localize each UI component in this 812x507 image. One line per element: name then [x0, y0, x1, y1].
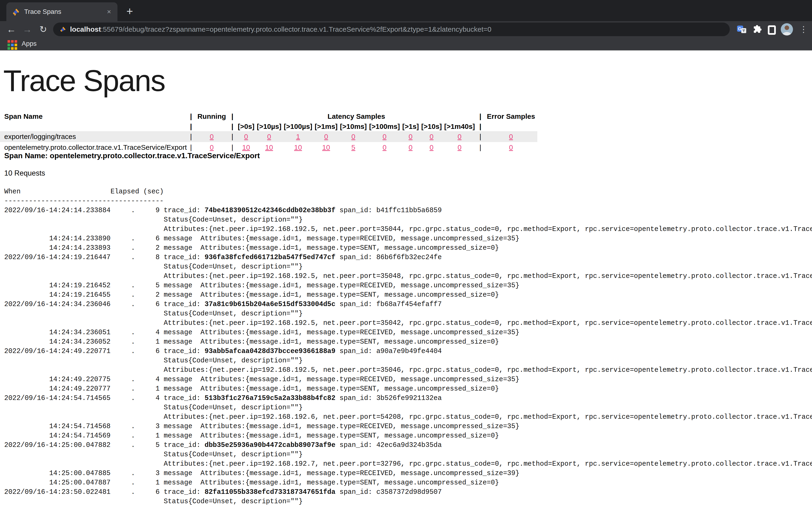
latency-sample-link[interactable]: 0 [352, 133, 355, 140]
log-message-line: 14:24:19.216455 . 2 message Attributes:{… [4, 291, 499, 299]
latency-sample-link[interactable]: 0 [458, 133, 462, 140]
telescope-favicon-icon [59, 26, 66, 33]
log-status-line: Status{Code=Unset, description=""} [4, 263, 303, 271]
detail-span-name: Span Name: opentelemetry.proto.collector… [4, 151, 260, 160]
log-trace-line: 2022/09/16-14:24:54.714565 . 4 trace_id:… [4, 394, 442, 402]
log-message-line: 14:25:00.047887 . 1 message Attributes:{… [4, 479, 499, 487]
request-count: 10 Requests [4, 169, 45, 177]
log-trace-line: 2022/09/16-14:24:19.216447 . 8 trace_id:… [4, 253, 442, 261]
request-log: When Elapsed (sec) ---------------------… [0, 187, 812, 506]
svg-text:G: G [738, 26, 741, 31]
tab-title: Trace Spans [24, 8, 104, 15]
log-status-line: Status{Code=Unset, description=""} [4, 404, 303, 411]
span-summary-table: Span Name | Running | Latency Samples | … [0, 111, 537, 153]
column-divider: | [228, 131, 237, 142]
page-title: Trace Spans [3, 63, 165, 98]
log-attributes-line: Attributes:{net.peer.ip=192.168.192.5, n… [4, 366, 812, 374]
url-host: localhost [70, 25, 101, 33]
url-bar[interactable]: localhost:55679/debug/tracez?zspanname=o… [53, 22, 730, 36]
trace-id-value: dbb35e25936a90b4472cabb89073af9e [205, 441, 336, 449]
latency-sample-link[interactable]: 0 [267, 133, 271, 140]
forward-button: → [21, 23, 34, 36]
log-trace-line: 2022/09/16-14:24:49.220771 . 6 trace_id:… [4, 347, 442, 355]
latency-sample-link[interactable]: 10 [322, 144, 330, 151]
empty-cell [0, 122, 187, 131]
extensions-puzzle-icon[interactable] [752, 24, 762, 35]
reload-button[interactable]: ↻ [37, 23, 50, 36]
side-panel-icon[interactable] [768, 25, 776, 35]
running-count-link[interactable]: 0 [210, 133, 214, 140]
latency-sample-link[interactable]: 5 [352, 144, 355, 151]
latency-sample-cell: 0 [368, 131, 401, 142]
latency-sample-cell: 0 [313, 131, 339, 142]
latency-sample-cell: 0 [339, 131, 368, 142]
latency-sample-link[interactable]: 10 [242, 144, 250, 151]
latency-sample-link[interactable]: 10 [294, 144, 302, 151]
table-row: exporter/logging/traces|0|001000000|0 [0, 131, 537, 142]
log-status-line: Status{Code=Unset, description=""} [4, 498, 303, 505]
latency-sample-link[interactable]: 1 [296, 133, 300, 140]
latency-sample-cell: 0 [443, 131, 476, 142]
running-count-cell: 0 [195, 131, 228, 142]
log-attributes-line: Attributes:{net.peer.ip=192.168.192.5, n… [4, 319, 812, 327]
latency-sample-link[interactable]: 0 [458, 144, 462, 151]
span-name-cell: exporter/logging/traces [0, 131, 187, 142]
browser-menu-icon[interactable]: ⋮ [799, 23, 808, 36]
log-status-line: Status{Code=Unset, description=""} [4, 310, 303, 318]
log-status-line: Status{Code=Unset, description=""} [4, 216, 303, 224]
error-sample-link[interactable]: 0 [509, 144, 513, 151]
log-trace-line: 2022/09/16-14:23:50.022481 . 6 trace_id:… [4, 488, 442, 496]
log-message-line: 14:24:34.236051 . 4 message Attributes:{… [4, 329, 519, 336]
latency-sample-link[interactable]: 0 [429, 144, 434, 151]
error-sample-cell: 0 [485, 131, 537, 142]
table-header-row: Span Name | Running | Latency Samples | … [0, 111, 537, 122]
column-divider: | [228, 111, 237, 122]
latency-sample-link[interactable]: 0 [383, 144, 387, 151]
log-trace-line: 2022/09/16-14:24:34.236046 . 6 trace_id:… [4, 300, 442, 308]
latency-sample-cell: 10 [313, 142, 339, 153]
empty-cell [195, 122, 228, 131]
latency-bucket-label: [>100ms] [368, 122, 401, 131]
latency-bucket-label: [>0s] [237, 122, 256, 131]
new-tab-button[interactable]: + [122, 4, 137, 19]
log-attributes-line: Attributes:{net.peer.ip=192.168.192.6, n… [4, 413, 812, 421]
log-message-line: 14:24:49.220775 . 4 message Attributes:{… [4, 376, 519, 383]
page-content: Trace Spans Span Name | Running | Latenc… [0, 50, 812, 507]
trace-id-value: 936fa38fcfed661712ba547f5ed747cf [205, 253, 336, 261]
profile-avatar[interactable] [780, 23, 793, 36]
log-message-line: 14:24:19.216452 . 5 message Attributes:{… [4, 282, 519, 289]
back-button[interactable]: ← [5, 23, 18, 36]
apps-grid-icon[interactable] [7, 40, 17, 50]
latency-sample-link[interactable]: 0 [429, 133, 434, 140]
translate-icon[interactable]: G [737, 24, 747, 35]
log-message-line: 14:24:54.714569 . 1 message Attributes:{… [4, 432, 499, 440]
log-message-line: 14:24:49.220777 . 1 message Attributes:{… [4, 385, 499, 393]
latency-sample-cell: 1 [283, 131, 314, 142]
latency-bucket-label: [>1m40s] [443, 122, 476, 131]
empty-cell [485, 122, 537, 131]
latency-bucket-label: [>1ms] [313, 122, 339, 131]
bookmarks-bar: Apps [0, 38, 812, 50]
tab-close-icon[interactable]: × [104, 7, 114, 17]
log-attributes-line: Attributes:{net.peer.ip=192.168.192.5, n… [4, 225, 812, 233]
latency-sample-link[interactable]: 0 [409, 133, 413, 140]
browser-tab[interactable]: Trace Spans × [6, 2, 117, 21]
col-header-error-samples: Error Samples [485, 111, 537, 122]
column-divider: | [187, 131, 195, 142]
column-divider: | [187, 122, 195, 131]
running-count-link[interactable]: 0 [210, 144, 214, 151]
browser-chrome: Trace Spans × + ← → ↻ localhost:55679/de… [0, 0, 812, 50]
error-sample-link[interactable]: 0 [509, 133, 513, 140]
latency-sample-link[interactable]: 0 [244, 133, 248, 140]
column-divider: | [476, 142, 485, 153]
latency-sample-link[interactable]: 0 [324, 133, 328, 140]
latency-sample-link[interactable]: 10 [265, 144, 273, 151]
log-message-line: 14:24:14.233893 . 2 message Attributes:{… [4, 244, 499, 252]
col-header-latency-samples: Latency Samples [237, 111, 476, 122]
trace-id-value: 82fa11055b338efcd733187347651fda [205, 488, 336, 496]
apps-bookmark[interactable]: Apps [21, 40, 37, 47]
latency-sample-cell: 0 [368, 142, 401, 153]
latency-sample-link[interactable]: 0 [409, 144, 413, 151]
log-message-line: 14:24:54.714568 . 3 message Attributes:{… [4, 422, 519, 430]
latency-sample-link[interactable]: 0 [383, 133, 387, 140]
